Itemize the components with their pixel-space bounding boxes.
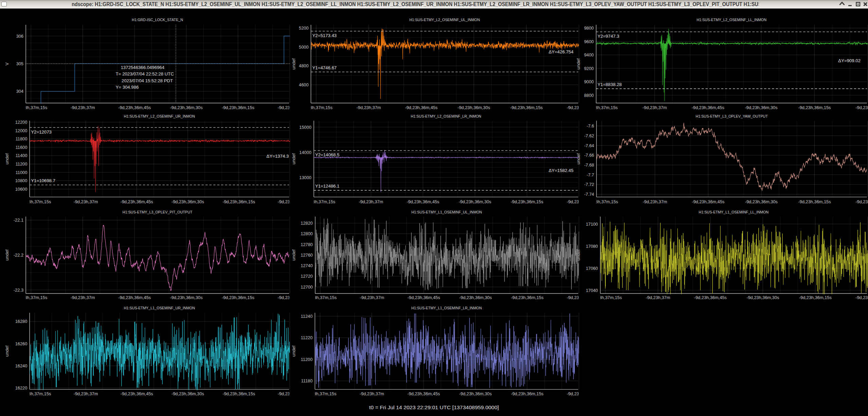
svg-text:-9d,23h,37m,15s: -9d,23h,37m,15s	[18, 199, 51, 204]
svg-text:Y1=12486.1: Y1=12486.1	[315, 184, 340, 189]
svg-text:8800: 8800	[584, 93, 594, 98]
svg-text:H1:SUS-ETMY_L1_OSEMINF_UL_INMO: H1:SUS-ETMY_L1_OSEMINF_UL_INMON	[411, 210, 482, 214]
svg-text:-9d,23h,36m,30s: -9d,23h,36m,30s	[459, 391, 492, 396]
svg-text:-9d,23h,36m,45s: -9d,23h,36m,45s	[407, 391, 440, 396]
svg-text:-9d,23h,37m,15s: -9d,23h,37m,15s	[585, 199, 618, 204]
svg-text:Y2=5173.43: Y2=5173.43	[312, 33, 337, 38]
svg-text:-9d,23h,36m: -9d,23h,36m	[567, 295, 591, 300]
svg-text:-9d,23h,37m: -9d,23h,37m	[360, 391, 384, 396]
svg-text:12200: 12200	[15, 120, 28, 125]
svg-text:11240: 11240	[301, 314, 313, 319]
svg-text:H1:GRD-ISC_LOCK_STATE_N: H1:GRD-ISC_LOCK_STATE_N	[132, 18, 183, 22]
svg-text:1372546366.0496964: 1372546366.0496964	[121, 65, 164, 70]
svg-text:16280: 16280	[15, 319, 28, 324]
svg-text:-9d,23h,36m: -9d,23h,36m	[855, 105, 868, 110]
svg-text:-22.1: -22.1	[14, 218, 23, 223]
svg-text:-9d,23h,37m,15s: -9d,23h,37m,15s	[304, 391, 336, 396]
svg-text:-9d,23h,36m,15s: -9d,23h,36m,15s	[222, 295, 254, 300]
svg-text:undef: undef	[291, 58, 296, 70]
svg-text:-9d,23h,36m,30s: -9d,23h,36m,30s	[746, 295, 779, 300]
svg-text:13000: 13000	[299, 175, 312, 180]
svg-text:-9d,23h,37m,15s: -9d,23h,37m,15s	[18, 391, 51, 396]
svg-text:-22.2: -22.2	[14, 253, 23, 258]
svg-text:-7.6: -7.6	[587, 123, 594, 128]
svg-text:5000: 5000	[299, 45, 308, 50]
svg-text:undef: undef	[4, 249, 10, 261]
svg-text:-9d,23h,36m,30s: -9d,23h,36m,30s	[458, 105, 490, 110]
svg-text:-9d,23h,37m,15s: -9d,23h,37m,15s	[304, 295, 337, 300]
svg-text:306: 306	[16, 34, 23, 39]
svg-text:14000: 14000	[299, 150, 312, 155]
svg-text:-9d,23h,37m: -9d,23h,37m	[356, 105, 381, 110]
svg-text:-9d,23h,36m,30s: -9d,23h,36m,30s	[170, 295, 202, 300]
svg-text:11200: 11200	[16, 161, 28, 167]
svg-text:-9d,23h,36m: -9d,23h,36m	[278, 295, 302, 300]
svg-text:-9d,23h,36m,15s: -9d,23h,36m,15s	[511, 295, 544, 300]
svg-text:-9d,23h,37m: -9d,23h,37m	[643, 199, 667, 204]
svg-text:H1:SUS-ETMY_L3_OPLEV_PIT_OUTPU: H1:SUS-ETMY_L3_OPLEV_PIT_OUTPUT	[123, 210, 193, 214]
svg-text:-7.62: -7.62	[584, 133, 594, 138]
svg-text:2023/07/04 15:52:28 PDT: 2023/07/04 15:52:28 PDT	[122, 78, 173, 83]
svg-text:undef: undef	[291, 153, 296, 164]
svg-text:Y1=10698.7: Y1=10698.7	[31, 178, 55, 183]
svg-text:undef: undef	[291, 345, 296, 357]
svg-text:-9d,23h,36m,30s: -9d,23h,36m,30s	[459, 199, 491, 204]
svg-text:H1:SUS-ETMY_L1_OSEMINF_LL_INMO: H1:SUS-ETMY_L1_OSEMINF_LL_INMON	[699, 210, 769, 214]
svg-text:Y= 304.986: Y= 304.986	[116, 85, 139, 90]
svg-text:12000: 12000	[15, 128, 28, 133]
svg-text:-9d,23h,36m,15s: -9d,23h,36m,15s	[510, 105, 543, 110]
svg-text:17080: 17080	[586, 244, 598, 249]
svg-text:16260: 16260	[15, 341, 28, 346]
svg-text:-9d,23h,36m,30s: -9d,23h,36m,30s	[459, 295, 492, 300]
svg-text:-9d,23h,36m,15s: -9d,23h,36m,15s	[223, 391, 255, 396]
svg-text:-9d,23h,36m: -9d,23h,36m	[567, 105, 591, 110]
svg-text:H1:SUS-ETMY_L2_OSEMINF_UL_INMO: H1:SUS-ETMY_L2_OSEMINF_UL_INMON	[409, 18, 480, 22]
svg-text:-9d,23h,37m: -9d,23h,37m	[73, 199, 98, 204]
svg-text:9800: 9800	[584, 25, 594, 31]
svg-text:ΔY=1374.3: ΔY=1374.3	[266, 154, 289, 159]
svg-text:-9d,23h,36m: -9d,23h,36m	[567, 199, 591, 204]
svg-text:-9d,23h,36m,15s: -9d,23h,36m,15s	[798, 199, 831, 204]
svg-text:17060: 17060	[586, 266, 598, 271]
svg-text:H1:SUS-ETMY_L1_OSEMINF_UR_INMO: H1:SUS-ETMY_L1_OSEMINF_UR_INMON	[124, 306, 195, 310]
svg-text:305: 305	[16, 61, 23, 66]
svg-text:-9d,23h,37m,15s: -9d,23h,37m,15s	[300, 105, 333, 110]
svg-text:Y1=8838.28: Y1=8838.28	[598, 82, 622, 87]
svg-text:-9d,23h,36m,15s: -9d,23h,36m,15s	[222, 105, 254, 110]
svg-text:-9d,23h,36m,45s: -9d,23h,36m,45s	[118, 295, 151, 300]
svg-text:-7.7: -7.7	[587, 172, 594, 177]
svg-text:-7.66: -7.66	[584, 153, 594, 158]
svg-text:undef: undef	[4, 153, 10, 164]
svg-text:H1:SUS-ETMY_L3_OPLEV_YAW_OUTPU: H1:SUS-ETMY_L3_OPLEV_YAW_OUTPUT	[696, 114, 768, 118]
svg-text:11400: 11400	[16, 153, 28, 158]
svg-text:-9d,23h,37m,15s: -9d,23h,37m,15s	[589, 295, 622, 300]
svg-text:ΔY=909.02: ΔY=909.02	[838, 58, 861, 63]
svg-text:-9d,23h,36m,45s: -9d,23h,36m,45s	[694, 295, 727, 300]
svg-text:-9d,23h,37m,15s: -9d,23h,37m,15s	[303, 199, 335, 204]
svg-text:12740: 12740	[301, 263, 313, 268]
svg-text:11220: 11220	[301, 335, 313, 340]
svg-text:V: V	[4, 63, 10, 66]
svg-text:11180: 11180	[301, 378, 313, 383]
svg-text:Y2=12073: Y2=12073	[31, 129, 52, 135]
svg-text:-9d,23h,37m: -9d,23h,37m	[642, 105, 667, 110]
svg-text:undef: undef	[291, 249, 296, 261]
svg-text:-9d,23h,37m,15s: -9d,23h,37m,15s	[585, 105, 618, 110]
svg-text:-7.64: -7.64	[584, 143, 594, 148]
svg-text:-9d,23h,36m,30s: -9d,23h,36m,30s	[172, 199, 204, 204]
svg-text:17100: 17100	[586, 222, 598, 227]
svg-text:-9d,23h,37m,15s: -9d,23h,37m,15s	[15, 295, 47, 300]
svg-text:4800: 4800	[299, 63, 308, 68]
svg-text:-9d,23h,36m,45s: -9d,23h,36m,45s	[120, 391, 153, 396]
svg-text:12720: 12720	[301, 274, 313, 279]
svg-text:T= 2023/07/04 22:52:28 UTC: T= 2023/07/04 22:52:28 UTC	[116, 71, 174, 76]
svg-text:12780: 12780	[301, 242, 313, 247]
svg-text:10600: 10600	[15, 187, 28, 192]
svg-text:15000: 15000	[299, 125, 312, 130]
svg-text:ΔY=426.754: ΔY=426.754	[549, 49, 573, 54]
svg-text:Y2=14068.5: Y2=14068.5	[315, 152, 340, 157]
svg-text:12760: 12760	[301, 253, 313, 258]
svg-text:undef: undef	[576, 58, 581, 70]
svg-text:-9d,23h,36m: -9d,23h,36m	[278, 391, 302, 396]
svg-text:H1:SUS-ETMY_L1_OSEMINF_LR_INMO: H1:SUS-ETMY_L1_OSEMINF_LR_INMON	[411, 306, 482, 310]
